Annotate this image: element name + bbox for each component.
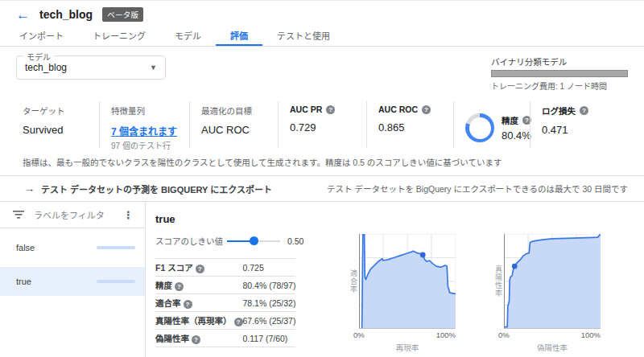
- prc-x-axis-label: 再現率: [359, 342, 456, 353]
- tab-training[interactable]: トレーニング: [78, 28, 160, 46]
- metric-log-loss-value: 0.471: [542, 124, 617, 136]
- help-icon[interactable]: [192, 335, 200, 344]
- table-row: 真陽性率（再現率） 67.6% (25/37): [155, 312, 295, 330]
- row-value: 0.725: [243, 259, 296, 277]
- selected-label-title: true: [155, 213, 289, 225]
- metric-accuracy: 精度 80.4%: [453, 101, 530, 148]
- label-filter-input[interactable]: ラベルをフィルタ: [34, 208, 110, 221]
- score-threshold-slider[interactable]: [227, 240, 280, 242]
- score-threshold-value: 0.50: [287, 236, 303, 246]
- roc-plot-area: [504, 234, 601, 329]
- row-value: 67.6% (25/37): [243, 312, 296, 330]
- tab-test-and-use[interactable]: テストと使用: [262, 28, 345, 46]
- help-icon[interactable]: [234, 318, 243, 326]
- table-row: 精度 80.4% (78/97): [155, 277, 295, 294]
- row-label: 適合率: [155, 294, 243, 312]
- row-label: F1 スコア: [155, 259, 243, 277]
- roc-x-tick-min: 0%: [498, 330, 510, 339]
- slider-thumb[interactable]: [250, 236, 258, 245]
- test-rows-label: 97 個のテスト行: [111, 139, 178, 151]
- model-info: バイナリ分類モデル トレーニング費用: 1 ノード時間: [491, 55, 628, 92]
- page-header: ← tech_blog ベータ版: [0, 1, 644, 28]
- export-action-label: テスト データセットの予測を BIGQUERY にエクスポート: [41, 183, 272, 195]
- label-name: true: [16, 277, 31, 286]
- score-threshold-label: スコアのしきい値: [155, 235, 223, 247]
- tab-evaluate[interactable]: 評価: [216, 28, 262, 46]
- model-select-value: tech_blog: [25, 62, 150, 73]
- help-icon[interactable]: [326, 105, 335, 114]
- prc-x-tick-min: 0%: [353, 330, 365, 339]
- prc-y-axis-label: 適合率: [345, 269, 359, 293]
- export-hint: テスト データセットを BigQuery にエクスポートできるのは最大で 30 …: [327, 183, 628, 195]
- roc-chart: 真陽性率 0% 100% 偽陽性率 AUC: 0.865 ROC: [489, 234, 601, 357]
- tab-bar: インポート トレーニング モデル 評価 テストと使用: [0, 28, 644, 47]
- label-detail-panel: true スコアのしきい値 0.50 F1 スコア 0.725 精度 80.4%…: [146, 202, 644, 357]
- chevron-down-icon: ▼: [150, 64, 157, 72]
- row-label: 精度: [155, 277, 243, 294]
- metric-auc-roc-label: AUC ROC: [378, 105, 442, 114]
- row-label: 真陽性率（再現率）: [155, 312, 243, 330]
- accuracy-donut-chart: [465, 113, 494, 142]
- row-value: 80.4% (78/97): [243, 277, 296, 294]
- metric-objective-value: AUC ROC: [201, 124, 266, 136]
- help-icon[interactable]: [580, 106, 588, 115]
- tab-model[interactable]: モデル: [160, 28, 216, 46]
- confidence-metrics-table: F1 スコア 0.725 精度 80.4% (78/97) 適合率 78.1% …: [155, 258, 295, 347]
- metric-target-label: ターゲット: [23, 105, 88, 117]
- prc-plot-area: [359, 234, 456, 329]
- metric-objective-label: 最適化の目標: [201, 105, 266, 117]
- metric-auc-pr-label: AUC PR: [290, 105, 355, 114]
- back-arrow-icon[interactable]: ←: [16, 8, 30, 22]
- evaluation-body: ラベルをフィルタ ⋮ false true true スコアのしきい値 0.50: [0, 201, 644, 357]
- label-row-false[interactable]: false: [0, 233, 145, 262]
- metric-auc-pr: AUC PR 0.729: [278, 101, 366, 148]
- label-filter-panel: ラベルをフィルタ ⋮ false true: [0, 202, 146, 357]
- toolbar: モデル tech_blog ▼ バイナリ分類モデル トレーニング費用: 1 ノー…: [0, 47, 644, 92]
- help-icon[interactable]: [422, 105, 431, 114]
- training-cost-bar: [491, 70, 628, 77]
- precision-recall-chart: 適合率 0% 100% 再現率 AUC: 0.729 PRC: [345, 234, 456, 357]
- help-icon[interactable]: [175, 282, 184, 291]
- tab-import[interactable]: インポート: [5, 28, 78, 46]
- row-label: 偽陽性率: [155, 330, 243, 347]
- export-to-bigquery-action[interactable]: → テスト データセットの予測を BIGQUERY にエクスポート: [24, 183, 272, 195]
- metric-log-loss: ログ損失 0.471: [530, 101, 628, 148]
- beta-badge: ベータ版: [102, 7, 143, 22]
- metric-accuracy-value: 80.4%: [502, 129, 531, 142]
- metric-features: 特徴量列 7 個含まれます 97 個のテスト行: [99, 101, 189, 148]
- training-cost-label: トレーニング費用: 1 ノード時間: [491, 80, 628, 92]
- label-distribution-bar: [97, 280, 135, 283]
- metric-log-loss-label: ログ損失: [542, 105, 617, 117]
- model-select-label: モデル: [23, 51, 54, 63]
- roc-y-axis-label: 真陽性率: [489, 265, 504, 298]
- arrow-right-icon: →: [24, 183, 35, 195]
- roc-x-tick-max: 100%: [581, 330, 601, 339]
- prc-x-tick-max: 100%: [436, 330, 456, 339]
- metric-accuracy-label: 精度: [502, 114, 531, 126]
- label-name: false: [16, 243, 35, 252]
- row-value: 0.117 (7/60): [243, 330, 296, 347]
- features-count-link[interactable]: 7 個含まれます: [111, 124, 177, 137]
- metric-auc-pr-value: 0.729: [290, 121, 355, 133]
- metric-features-label: 特徴量列: [111, 105, 178, 117]
- metric-target-value: Survived: [23, 124, 88, 136]
- summary-metrics-row: ターゲット Survived 特徴量列 7 個含まれます 97 個のテスト行 最…: [16, 101, 628, 148]
- label-filter-row: ラベルをフィルタ ⋮: [0, 202, 145, 228]
- help-icon[interactable]: [196, 265, 204, 273]
- table-row: 偽陽性率 0.117 (7/60): [155, 330, 295, 347]
- metric-auc-roc: AUC ROC 0.865: [366, 101, 453, 148]
- table-row: F1 スコア 0.725: [155, 259, 295, 277]
- model-type-label: バイナリ分類モデル: [491, 55, 628, 68]
- table-row: 適合率 78.1% (25/32): [155, 294, 295, 312]
- metric-objective: 最適化の目標 AUC ROC: [189, 101, 278, 148]
- overflow-menu-icon[interactable]: ⋮: [120, 209, 137, 221]
- help-icon[interactable]: [184, 300, 192, 309]
- export-bar: → テスト データセットの予測を BIGQUERY にエクスポート テスト デー…: [0, 176, 644, 201]
- label-distribution-bar: [97, 246, 135, 249]
- score-threshold-control: スコアのしきい値 0.50: [155, 235, 289, 247]
- metric-target: ターゲット Survived: [16, 101, 99, 148]
- page-title: tech_blog: [39, 8, 93, 21]
- filter-icon: [13, 210, 24, 220]
- label-row-true[interactable]: true: [0, 267, 145, 296]
- model-select[interactable]: モデル tech_blog ▼: [16, 55, 166, 80]
